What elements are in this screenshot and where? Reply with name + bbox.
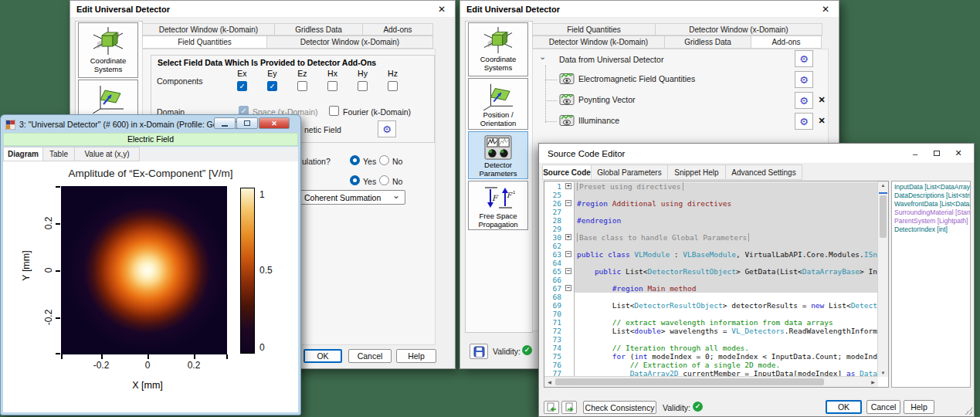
dialog-titlebar[interactable]: Edit Universal Detector ✕: [70, 1, 455, 18]
code-text[interactable]: [574, 225, 878, 233]
close-button[interactable]: ✕: [259, 117, 290, 129]
tab-field-quantities[interactable]: Field Quantities: [532, 23, 656, 36]
code-text[interactable]: public class VLModule : VLBaseModule, Vi…: [574, 250, 878, 259]
summation-dropdown[interactable]: Coherent Summation ⌄: [299, 190, 405, 205]
horizontal-scrollbar[interactable]: ◀ ▶: [544, 376, 878, 387]
addon-settings-button[interactable]: ⚙: [795, 71, 813, 88]
tab-detector-window-k-domain-[interactable]: Detector Window (k-Domain): [142, 23, 275, 36]
minimize-button[interactable]: [214, 117, 236, 129]
code-text[interactable]: // Iteration through all modes.: [574, 344, 878, 352]
maximize-button[interactable]: [236, 117, 258, 129]
addon-settings-button[interactable]: ⚙: [795, 113, 813, 130]
fourier-k-domain-checkbox[interactable]: [329, 106, 339, 116]
code-text[interactable]: public List<DetectorResultObject> GetDat…: [574, 267, 878, 276]
collapsed-region[interactable]: Base class to handle Global Parameters: [577, 233, 749, 242]
import-snippet-button[interactable]: [544, 401, 559, 414]
global-parameter-item[interactable]: InputData [List<DataArrayBas: [894, 183, 968, 192]
global-parameter-item[interactable]: ParentSystem [Lightpath]: [894, 217, 968, 225]
component-checkbox-ex[interactable]: [237, 81, 247, 91]
component-checkbox-hz[interactable]: [388, 81, 398, 91]
code-text[interactable]: List<double> wavelengths = VL_Detectors.…: [574, 327, 878, 335]
fold-collapse-icon[interactable]: −: [565, 200, 571, 206]
code-text[interactable]: Preset using directives: [574, 182, 878, 191]
sidebar-item-coordinate-systems[interactable]: Coordinate Systems: [78, 22, 138, 78]
question2-no-radio[interactable]: [379, 175, 389, 185]
tab-source-code[interactable]: Source Code: [542, 164, 592, 180]
global-parameters-panel[interactable]: InputData [List<DataArrayBasDataDescript…: [891, 181, 971, 388]
save-button[interactable]: [470, 344, 488, 359]
tab-table[interactable]: Table: [42, 147, 75, 161]
component-checkbox-ez[interactable]: [297, 81, 307, 91]
fold-collapse-icon[interactable]: −: [565, 285, 571, 291]
component-checkbox-hy[interactable]: [358, 81, 368, 91]
question1-yes-radio[interactable]: [350, 155, 360, 165]
tab-gridless-data[interactable]: Gridless Data: [274, 23, 363, 36]
tab-detector-window-x-domain-[interactable]: Detector Window (x-Domain): [655, 23, 822, 36]
dialog-titlebar[interactable]: Edit Universal Detector ✕: [460, 1, 839, 18]
tab-field-quantities[interactable]: Field Quantities: [142, 36, 267, 49]
fold-expand-icon[interactable]: +: [565, 183, 571, 189]
scroll-down-icon[interactable]: ▼: [878, 371, 888, 375]
fold-collapse-icon[interactable]: −: [565, 268, 571, 274]
global-parameter-item[interactable]: DetectorIndex [int]: [894, 225, 968, 234]
tab-diagram[interactable]: Diagram: [3, 147, 43, 161]
scroll-left-icon[interactable]: ◀: [544, 379, 554, 385]
tab-detector-window-x-domain-[interactable]: Detector Window (x-Domain): [266, 36, 433, 49]
heatmap-plot[interactable]: [61, 186, 227, 354]
export-snippet-button[interactable]: [561, 401, 577, 414]
magnetic-field-settings-button[interactable]: ⚙: [378, 120, 396, 137]
code-text[interactable]: [574, 259, 878, 267]
remove-addon-button[interactable]: ✕: [816, 116, 827, 126]
code-text[interactable]: [574, 276, 878, 284]
sidebar-item-coordinate-systems[interactable]: Coordinate Systems: [468, 22, 528, 76]
ok-button[interactable]: OK: [303, 349, 342, 363]
remove-addon-button[interactable]: ✕: [816, 95, 827, 105]
global-parameter-item[interactable]: DataDescriptions [List<string: [894, 192, 968, 200]
tab-value-at-x-y-[interactable]: Value at (x,y): [74, 147, 140, 161]
global-parameter-item[interactable]: WavefrontData [List<DataArra: [894, 200, 968, 208]
sidebar-item-position-orientation[interactable]: Position / Orientation: [468, 78, 528, 130]
scroll-up-icon[interactable]: ▲: [878, 183, 888, 188]
code-text[interactable]: [574, 335, 878, 344]
root-settings-button[interactable]: ⚙: [795, 50, 813, 67]
sidebar-item-free-space-propagation[interactable]: F F -1 Free Space Propagation: [468, 181, 528, 230]
check-consistency-button[interactable]: Check Consistency: [583, 401, 656, 414]
tab-global-parameters[interactable]: Global Parameters: [591, 164, 668, 180]
code-text[interactable]: #region Additional using directives: [574, 199, 878, 208]
code-text[interactable]: [574, 191, 878, 199]
tab-add-ons[interactable]: Add-ons: [362, 23, 433, 36]
tab-detector-window-k-domain-[interactable]: Detector Window (k-Domain): [532, 36, 665, 49]
code-text[interactable]: Base class to handle Global Parameters: [574, 233, 878, 242]
tab-advanced-settings[interactable]: Advanced Settings: [725, 164, 802, 180]
code-panel[interactable]: 1+Preset using directives2526−#region Ad…: [544, 181, 889, 388]
tab-add-ons[interactable]: Add-ons: [751, 36, 822, 49]
close-button[interactable]: ✕: [948, 144, 969, 163]
code-text[interactable]: #region Main method: [574, 284, 878, 293]
code-text[interactable]: // Extraction of a single 2D mode.: [574, 361, 878, 369]
code-text[interactable]: [574, 293, 878, 301]
close-icon[interactable]: ✕: [435, 4, 449, 15]
vertical-scrollbar[interactable]: ▲ ▼: [877, 181, 888, 377]
question2-yes-radio[interactable]: [350, 175, 360, 185]
sidebar-item-detector-parameters[interactable]: Detector Parameters: [468, 131, 528, 179]
scroll-right-icon[interactable]: ▶: [868, 379, 878, 385]
ok-button[interactable]: OK: [826, 400, 862, 414]
code-text[interactable]: for (int modeIndex = 0; modeIndex < Inpu…: [574, 352, 878, 361]
minimize-button[interactable]: –: [904, 144, 926, 163]
code-text[interactable]: #endregion: [574, 216, 878, 225]
component-checkbox-hx[interactable]: [327, 81, 337, 91]
maximize-button[interactable]: [926, 144, 948, 163]
scrollbar-thumb[interactable]: [880, 195, 887, 238]
close-icon[interactable]: ✕: [819, 4, 832, 15]
global-parameter-item[interactable]: SurroundingMaterial [Standar: [894, 208, 968, 217]
code-text[interactable]: List<DetectorResultObject> detectorResul…: [574, 301, 878, 310]
code-text[interactable]: // extract wavelength information from d…: [574, 318, 878, 327]
help-button[interactable]: Help: [904, 400, 934, 414]
help-button[interactable]: Help: [396, 349, 436, 363]
tree-collapse-chevron[interactable]: ⌄: [539, 52, 546, 62]
code-text[interactable]: [574, 310, 878, 318]
component-checkbox-ey[interactable]: [267, 81, 277, 91]
fold-collapse-icon[interactable]: −: [565, 251, 571, 257]
code-text[interactable]: [574, 208, 878, 216]
code-text[interactable]: [574, 242, 878, 250]
